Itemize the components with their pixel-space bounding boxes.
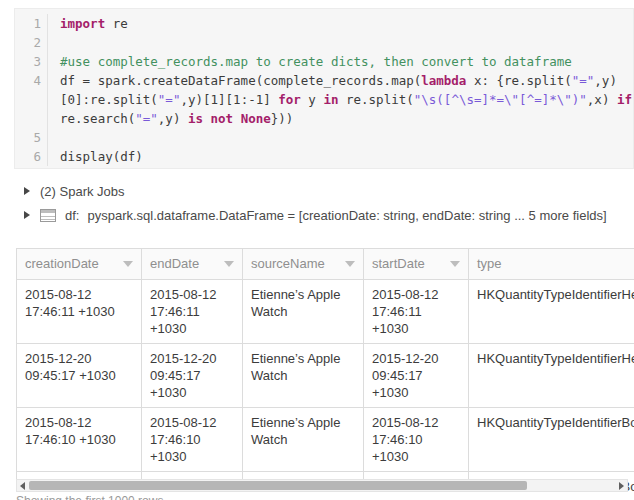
table-cell: HKQuantityTypeIdentifierHeight <box>469 280 634 344</box>
column-header-type[interactable]: type <box>469 249 634 280</box>
code-token: re.split( <box>338 92 413 107</box>
line-number: 3 <box>15 52 48 71</box>
row-count-note: Showing the first 1000 rows. <box>16 494 167 500</box>
code-line[interactable]: 4df = spark.createDataFrame(complete_rec… <box>15 71 633 90</box>
code-token: None <box>241 111 271 126</box>
code-text[interactable] <box>48 33 60 52</box>
sort-arrow-icon[interactable] <box>123 261 133 267</box>
table-cell: Etienne’s Apple Watch <box>243 280 364 344</box>
code-token: df = spark.createDataFrame(complete_reco… <box>60 73 421 88</box>
dataframe-table-icon <box>40 209 56 222</box>
horizontal-scrollbar[interactable] <box>16 479 628 492</box>
table-cell: 2015-08-12 17:46:11 +1030 <box>142 280 243 344</box>
table-row: 2015-08-12 17:46:10 +10302015-08-12 17:4… <box>17 408 634 472</box>
notebook-code-cell[interactable]: 1import re23#use complete_records.map to… <box>14 8 634 169</box>
table-cell: 2015-08-12 17:46:11 +1030 <box>364 280 469 344</box>
code-text[interactable]: df = spark.createDataFrame(complete_reco… <box>48 71 617 90</box>
code-text[interactable]: import re <box>48 14 128 33</box>
code-token: "\s([^\s=]*=\"[^=]*\")" <box>414 92 587 107</box>
column-header-sourceName[interactable]: sourceName <box>243 249 364 280</box>
code-text[interactable]: [0]:re.split("=",y)[1][1:-1] for y in re… <box>48 90 632 109</box>
table-cell: 2015-08-12 17:46:10 +1030 <box>142 408 243 472</box>
code-token: y <box>301 92 324 107</box>
expand-arrow-icon[interactable] <box>24 211 30 219</box>
sort-arrow-icon[interactable] <box>345 261 355 267</box>
line-number: 4 <box>15 71 48 90</box>
code-token <box>233 111 241 126</box>
code-token: re.search( <box>60 111 135 126</box>
table-header-row: creationDateendDatesourceNamestartDatety… <box>17 249 634 280</box>
dataframe-schema-row[interactable]: df: pyspark.sql.dataframe.DataFrame = [c… <box>24 206 607 224</box>
code-line[interactable]: 2 <box>15 33 633 52</box>
table-cell: 2015-08-12 17:46:11 +1030 <box>17 280 142 344</box>
code-token: re <box>105 16 128 31</box>
code-token: "=" <box>135 111 158 126</box>
code-token: import <box>60 16 105 31</box>
code-line[interactable]: 6display(df) <box>15 147 633 166</box>
results-table-container: creationDateendDatesourceNamestartDatety… <box>16 248 634 492</box>
code-token: ,x) <box>587 92 617 107</box>
column-header-creationDate[interactable]: creationDate <box>17 249 142 280</box>
column-label: sourceName <box>251 257 325 271</box>
code-token: if <box>617 92 632 107</box>
code-line[interactable]: 5 <box>15 128 633 147</box>
line-number: 1 <box>15 14 48 33</box>
code-token: })) <box>271 111 294 126</box>
code-text[interactable]: re.search("=",y) is not None})) <box>48 109 293 128</box>
table-cell: 2015-12-20 09:45:17 +1030 <box>364 344 469 408</box>
code-token: display(df) <box>60 149 143 164</box>
column-label: type <box>477 257 502 271</box>
code-token: in <box>323 92 338 107</box>
table-cell: 2015-12-20 09:45:17 +1030 <box>142 344 243 408</box>
table-cell: HKQuantityTypeIdentifierHeight <box>469 344 634 408</box>
code-token: [0]:re.split( <box>60 92 158 107</box>
code-token: x: {re.split( <box>466 73 571 88</box>
code-token: for <box>278 92 301 107</box>
spark-jobs-row[interactable]: (2) Spark Jobs <box>24 183 125 199</box>
table-cell: Etienne’s Apple Watch <box>243 344 364 408</box>
scroll-right-arrow-icon[interactable] <box>619 482 624 490</box>
table-row: 2015-12-20 09:45:17 +10302015-12-20 09:4… <box>17 344 634 408</box>
table-cell: 2015-08-12 17:46:10 +1030 <box>364 408 469 472</box>
table-row: 2015-08-12 17:46:11 +10302015-08-12 17:4… <box>17 280 634 344</box>
code-token: #use complete_records.map to create dict… <box>60 54 572 69</box>
spark-jobs-label: (2) Spark Jobs <box>40 184 125 199</box>
line-number <box>15 90 48 109</box>
column-label: endDate <box>150 257 199 271</box>
code-token: ,y) <box>594 73 617 88</box>
code-lines: 1import re23#use complete_records.map to… <box>15 14 633 166</box>
code-token: is not <box>188 111 233 126</box>
dataframe-type: pyspark.sql.dataframe.DataFrame = [creat… <box>87 208 606 223</box>
sort-arrow-icon[interactable] <box>450 261 460 267</box>
line-number <box>15 109 48 128</box>
code-line[interactable]: 3#use complete_records.map to create dic… <box>15 52 633 71</box>
sort-arrow-icon[interactable] <box>224 261 234 267</box>
code-line[interactable]: [0]:re.split("=",y)[1][1:-1] for y in re… <box>15 90 633 109</box>
code-line[interactable]: 1import re <box>15 14 633 33</box>
scrollbar-thumb[interactable] <box>29 481 527 490</box>
dataframe-name: df: <box>65 208 79 223</box>
column-label: startDate <box>372 257 425 271</box>
column-label: creationDate <box>25 257 99 271</box>
code-token: ,y) <box>158 111 188 126</box>
column-header-endDate[interactable]: endDate <box>142 249 243 280</box>
line-number: 5 <box>15 128 48 147</box>
code-token: "=" <box>572 73 595 88</box>
table-cell: 2015-08-12 17:46:10 +1030 <box>17 408 142 472</box>
column-header-startDate[interactable]: startDate <box>364 249 469 280</box>
code-line[interactable]: re.search("=",y) is not None})) <box>15 109 633 128</box>
table-body: 2015-08-12 17:46:11 +10302015-08-12 17:4… <box>17 280 634 493</box>
scroll-left-arrow-icon[interactable] <box>20 482 25 490</box>
code-text[interactable]: #use complete_records.map to create dict… <box>48 52 572 71</box>
code-token: "=" <box>158 92 181 107</box>
expand-arrow-icon[interactable] <box>24 187 30 195</box>
table-cell: 2015-12-20 09:45:17 +1030 <box>17 344 142 408</box>
code-text[interactable] <box>48 128 60 147</box>
line-number: 6 <box>15 147 48 166</box>
code-token: lambda <box>421 73 466 88</box>
code-text[interactable]: display(df) <box>48 147 143 166</box>
results-table: creationDateendDatesourceNamestartDatety… <box>16 248 634 492</box>
table-cell: HKQuantityTypeIdentifierBodyMass <box>469 408 634 472</box>
code-token: ,y)[1][1:-1] <box>180 92 278 107</box>
table-cell: Etienne’s Apple Watch <box>243 408 364 472</box>
